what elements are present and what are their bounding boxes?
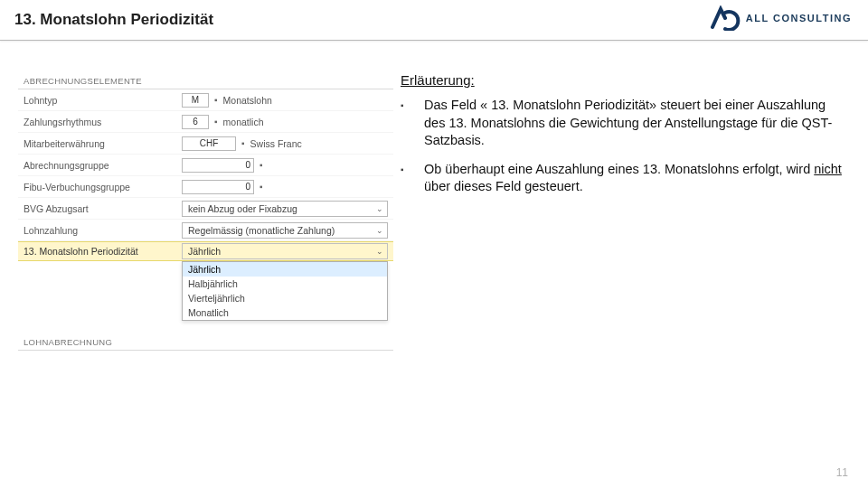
bullet-mark-icon: ▪ <box>401 97 424 150</box>
chevron-down-icon: ⌄ <box>376 226 383 235</box>
dropdown-periodizitaet[interactable]: Jährlich Halbjährlich Vierteljährlich Mo… <box>182 261 388 321</box>
row-bvg: BVG Abzugsart kein Abzug oder Fixabzug ⌄ <box>18 198 393 220</box>
select-bvg[interactable]: kein Abzug oder Fixabzug ⌄ <box>182 201 388 217</box>
lookup-icon[interactable]: ▪ <box>214 117 218 127</box>
row-lohnzahlung: Lohnzahlung Regelmässig (monatliche Zahl… <box>18 220 393 241</box>
lookup-icon[interactable]: ▪ <box>259 182 263 192</box>
chevron-down-icon: ⌄ <box>376 247 383 256</box>
section-header-1: ABRECHNUNGSELEMENTE <box>18 72 393 89</box>
explanation-heading: Erläuterung: <box>401 72 843 88</box>
brand-logo: ALL CONSULTING <box>710 5 852 31</box>
bullet-mark-icon: ▪ <box>401 161 424 196</box>
row-waehrung: Mitarbeiterwährung CHF ▪ Swiss Franc <box>18 133 393 155</box>
input-zahlungsrhythmus-code[interactable]: 6 <box>182 115 209 129</box>
dropdown-option[interactable]: Halbjährlich <box>183 277 387 291</box>
input-fibu[interactable] <box>182 180 254 194</box>
label-periodizitaet: 13. Monatslohn Periodizität <box>24 246 182 257</box>
page-number: 11 <box>836 466 848 479</box>
select-lohnzahlung-value: Regelmässig (monatliche Zahlung) <box>188 225 335 236</box>
label-lohntyp: Lohntyp <box>24 95 182 106</box>
bullet-item: ▪ Das Feld « 13. Monatslohn Periodizität… <box>401 97 843 150</box>
page-title: 13. Monatslohn Periodizität <box>14 11 213 29</box>
row-abrechnungsgruppe: Abrechnungsgruppe ▪ <box>18 155 393 176</box>
label-waehrung: Mitarbeiterwährung <box>24 138 182 149</box>
row-zahlungsrhythmus: Zahlungsrhythmus 6 ▪ monatlich <box>18 111 393 133</box>
label-zahlungsrhythmus: Zahlungsrhythmus <box>24 117 182 127</box>
lookup-icon[interactable]: ▪ <box>214 95 218 105</box>
row-fibu: Fibu-Verbuchungsgruppe ▪ <box>18 176 393 198</box>
dropdown-option[interactable]: Jährlich <box>183 262 387 277</box>
bullet-text: Das Feld « 13. Monatslohn Periodizität» … <box>424 97 843 150</box>
select-periodizitaet[interactable]: Jährlich ⌄ <box>182 243 388 259</box>
brand-name: ALL CONSULTING <box>746 13 852 23</box>
dropdown-option[interactable]: Vierteljährlich <box>183 291 387 305</box>
section-header-2: LOHNABRECHNUNG <box>18 333 393 351</box>
dropdown-option[interactable]: Monatlich <box>183 305 387 320</box>
logo-mark-icon <box>710 5 741 31</box>
select-bvg-value: kein Abzug oder Fixabzug <box>188 203 297 214</box>
label-abrechnungsgruppe: Abrechnungsgruppe <box>24 160 182 171</box>
lookup-icon[interactable]: ▪ <box>259 160 263 170</box>
input-waehrung-code[interactable]: CHF <box>182 136 236 151</box>
select-lohnzahlung[interactable]: Regelmässig (monatliche Zahlung) ⌄ <box>182 222 388 239</box>
row-lohntyp: Lohntyp M ▪ Monatslohn <box>18 89 393 111</box>
select-periodizitaet-value: Jährlich <box>188 246 221 257</box>
bullet-item: ▪ Ob überhaupt eine Auszahlung eines 13.… <box>401 161 843 196</box>
explanation-panel: Erläuterung: ▪ Das Feld « 13. Monatslohn… <box>393 72 868 351</box>
lookup-icon[interactable]: ▪ <box>241 138 245 148</box>
label-bvg: BVG Abzugsart <box>24 203 182 214</box>
form-panel: ABRECHNUNGSELEMENTE Lohntyp M ▪ Monatslo… <box>0 72 393 351</box>
desc-lohntyp: Monatslohn <box>223 95 272 106</box>
desc-zahlungsrhythmus: monatlich <box>223 117 264 127</box>
chevron-down-icon: ⌄ <box>376 204 383 213</box>
desc-waehrung: Swiss Franc <box>250 138 302 149</box>
label-fibu: Fibu-Verbuchungsgruppe <box>24 182 182 192</box>
input-lohntyp-code[interactable]: M <box>182 93 209 108</box>
bullet-text: Ob überhaupt eine Auszahlung eines 13. M… <box>424 161 843 196</box>
label-lohnzahlung: Lohnzahlung <box>24 225 182 236</box>
row-periodizitaet: 13. Monatslohn Periodizität Jährlich ⌄ <box>18 241 393 261</box>
input-abrechnungsgruppe[interactable] <box>182 158 254 173</box>
